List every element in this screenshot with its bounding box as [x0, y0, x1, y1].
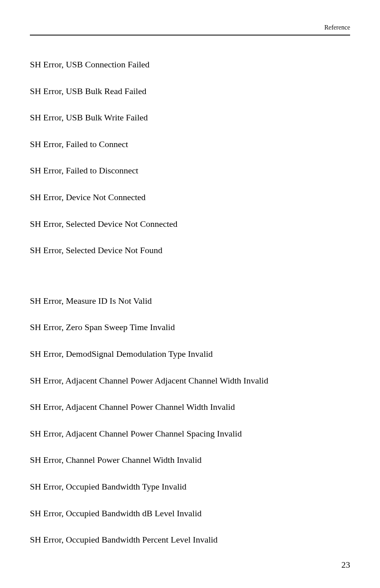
- error-item: SH Error, Zero Span Sweep Time Invalid: [30, 322, 350, 333]
- error-item: SH Error, Occupied Bandwidth dB Level In…: [30, 508, 350, 519]
- header-divider: [30, 35, 350, 35]
- error-item: SH Error, Selected Device Not Connected: [30, 218, 350, 230]
- error-item: SH Error, Measure ID Is Not Valid: [30, 295, 350, 307]
- error-item: SH Error, Failed to Disconnect: [30, 165, 350, 177]
- error-item: SH Error, Adjacent Channel Power Channel…: [30, 428, 350, 440]
- error-item: SH Error, Channel Power Channel Width In…: [30, 454, 350, 466]
- error-item: SH Error, Adjacent Channel Power Channel…: [30, 401, 350, 413]
- error-list-group-1: SH Error, USB Connection Failed SH Error…: [30, 59, 350, 256]
- error-item: SH Error, USB Bulk Write Failed: [30, 112, 350, 124]
- error-list-group-2: SH Error, Measure ID Is Not Valid SH Err…: [30, 295, 350, 546]
- header-label: Reference: [324, 24, 350, 31]
- error-item: SH Error, Adjacent Channel Power Adjacen…: [30, 375, 350, 387]
- error-item: SH Error, Occupied Bandwidth Type Invali…: [30, 481, 350, 493]
- error-item: SH Error, DemodSignal Demodulation Type …: [30, 348, 350, 360]
- error-item: SH Error, Device Not Connected: [30, 192, 350, 203]
- page-number: 23: [341, 560, 350, 570]
- page-header: Reference: [30, 24, 350, 34]
- error-item: SH Error, Failed to Connect: [30, 139, 350, 150]
- error-item: SH Error, Selected Device Not Found: [30, 245, 350, 256]
- error-item: SH Error, USB Bulk Read Failed: [30, 86, 350, 97]
- error-item: SH Error, Occupied Bandwidth Percent Lev…: [30, 534, 350, 546]
- section-gap: [30, 271, 350, 295]
- error-item: SH Error, USB Connection Failed: [30, 59, 350, 71]
